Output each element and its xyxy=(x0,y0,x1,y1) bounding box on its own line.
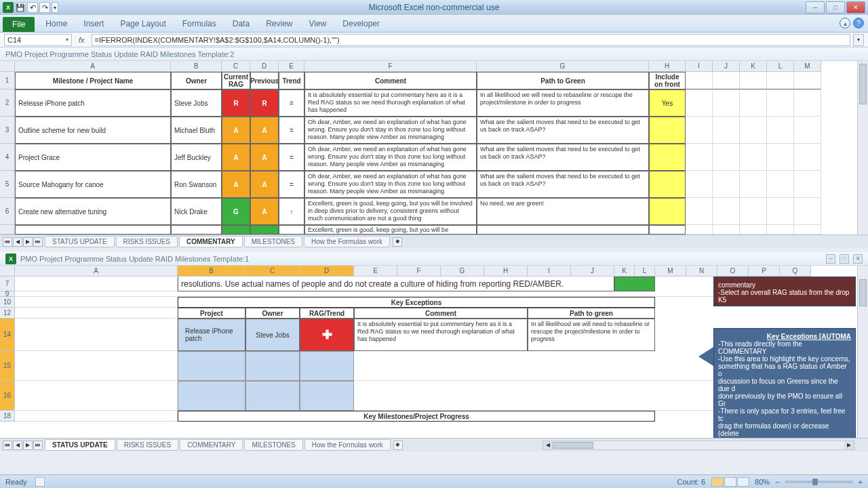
selected-cell[interactable] xyxy=(245,351,300,381)
table-cell[interactable]: What are the salient moves that need to … xyxy=(477,171,649,198)
cell[interactable] xyxy=(15,319,178,351)
formula-expand-icon[interactable]: ▾ xyxy=(853,34,864,46)
table-header-cell[interactable] xyxy=(794,72,821,89)
table-cell[interactable] xyxy=(713,198,740,225)
sheet-tab-commentary[interactable]: COMMENTARY xyxy=(179,236,243,247)
column-header[interactable]: F xyxy=(304,61,477,72)
column-header[interactable]: B xyxy=(171,61,222,72)
table-cell[interactable] xyxy=(686,117,713,144)
cell[interactable] xyxy=(15,381,178,411)
tab-nav-first-icon[interactable]: ⏮ xyxy=(3,237,12,247)
column-header[interactable]: H xyxy=(484,266,528,277)
lower-grid[interactable]: ABCDEFGHIJKLMNOPQcommentary-Select an ov… xyxy=(0,266,868,438)
column-header[interactable]: E xyxy=(279,61,304,72)
table-cell[interactable] xyxy=(767,144,794,171)
rag-cell[interactable]: ✚ xyxy=(300,319,354,351)
column-header[interactable]: K xyxy=(614,266,635,277)
table-cell[interactable]: Excellent, green is good, keep going, bu… xyxy=(304,225,477,235)
table-cell[interactable] xyxy=(649,198,686,225)
column-header[interactable]: K xyxy=(740,61,767,72)
row-header[interactable]: 9 xyxy=(0,291,15,297)
cell[interactable] xyxy=(15,308,178,319)
table-cell[interactable]: Nick Drake xyxy=(171,198,222,225)
table-cell[interactable] xyxy=(171,225,222,235)
owner-cell[interactable]: Steve Jobs xyxy=(245,319,300,351)
table-cell[interactable]: = xyxy=(279,144,304,171)
lower-table-header[interactable]: Path to green xyxy=(528,308,655,319)
horizontal-scrollbar[interactable]: ◀ ▶ xyxy=(542,441,854,450)
ribbon-tab-page-layout[interactable]: Page Layout xyxy=(112,16,174,32)
column-header[interactable]: C xyxy=(245,266,300,277)
sheet-tab-risks[interactable]: RISKS ISSUES xyxy=(116,236,178,247)
minimize-ribbon-icon[interactable]: ▴ xyxy=(840,18,850,28)
column-header[interactable]: L xyxy=(767,61,794,72)
lower-tab-nav-first-icon[interactable]: ⏮ xyxy=(3,441,12,450)
table-cell[interactable] xyxy=(477,225,649,235)
lower-table-header[interactable]: Comment xyxy=(354,308,528,319)
page-break-view-button[interactable] xyxy=(737,477,749,487)
cell[interactable] xyxy=(15,277,178,291)
undo-icon[interactable]: ↶ xyxy=(27,2,38,13)
table-cell[interactable]: R xyxy=(250,89,279,117)
lower-tab-nav-last-icon[interactable]: ⏭ xyxy=(33,441,43,450)
table-cell[interactable] xyxy=(686,198,713,225)
selected-cell[interactable] xyxy=(178,351,245,381)
doc2-close-icon[interactable]: ✕ xyxy=(853,254,863,264)
page-layout-view-button[interactable] xyxy=(724,477,736,487)
table-cell[interactable]: A xyxy=(222,117,250,144)
table-header-cell[interactable]: Milestone / Project Name xyxy=(15,72,171,89)
save-icon[interactable]: 💾 xyxy=(15,2,26,13)
hscroll-thumb[interactable] xyxy=(553,442,593,449)
ribbon-tab-view[interactable]: View xyxy=(301,16,335,32)
table-header-cell[interactable]: Include on front xyxy=(649,72,686,89)
table-cell[interactable] xyxy=(740,225,767,235)
table-cell[interactable] xyxy=(222,225,250,235)
table-cell[interactable] xyxy=(713,89,740,117)
table-header-cell[interactable]: Comment xyxy=(304,72,477,89)
ribbon-tab-formulas[interactable]: Formulas xyxy=(174,16,224,32)
table-cell[interactable] xyxy=(767,117,794,144)
table-header-cell[interactable]: Trend xyxy=(279,72,304,89)
table-cell[interactable]: What are the salient moves that need to … xyxy=(477,144,649,171)
table-cell[interactable] xyxy=(713,171,740,198)
row-header[interactable]: 5 xyxy=(0,171,15,198)
table-cell[interactable]: = xyxy=(279,171,304,198)
table-cell[interactable]: = xyxy=(279,117,304,144)
cell[interactable] xyxy=(15,297,178,308)
table-cell[interactable]: Michael Bluth xyxy=(171,117,222,144)
macro-record-icon[interactable] xyxy=(35,477,45,487)
table-cell[interactable]: A xyxy=(250,171,279,198)
row-header[interactable]: 10 xyxy=(0,297,15,308)
table-cell[interactable]: Jeff Buckley xyxy=(171,144,222,171)
column-header[interactable]: A xyxy=(15,266,178,277)
table-cell[interactable] xyxy=(250,225,279,235)
cell[interactable] xyxy=(15,291,829,297)
new-sheet-icon[interactable]: ✱ xyxy=(393,237,402,247)
table-header-cell[interactable]: Path to Green xyxy=(477,72,649,89)
cell[interactable] xyxy=(15,411,178,422)
project-name-cell[interactable]: Release iPhone patch xyxy=(178,319,245,351)
table-cell[interactable]: Release iPhone patch xyxy=(15,89,171,117)
table-cell[interactable]: G xyxy=(222,198,250,225)
lower-sheet-tab-status[interactable]: STATUS UPDATE xyxy=(45,439,115,451)
table-cell[interactable]: In all likelihood we will need to rebase… xyxy=(477,89,649,117)
row-header[interactable]: 6 xyxy=(0,198,15,225)
table-cell[interactable]: Project Grace xyxy=(15,144,171,171)
lower-new-sheet-icon[interactable]: ✱ xyxy=(393,441,403,450)
doc2-restore-icon[interactable]: □ xyxy=(840,254,849,264)
tab-nav-prev-icon[interactable]: ◀ xyxy=(13,237,22,247)
close-button[interactable]: ✕ xyxy=(846,1,865,14)
zoom-in-icon[interactable]: + xyxy=(859,478,863,486)
table-cell[interactable] xyxy=(686,89,713,117)
table-cell[interactable]: Oh dear, Amber, we need an explanation o… xyxy=(304,117,477,144)
table-header-cell[interactable]: Owner xyxy=(171,72,222,89)
table-cell[interactable]: Oh dear, Amber, we need an explanation o… xyxy=(304,144,477,171)
table-cell[interactable]: Steve Jobs xyxy=(171,89,222,117)
sheet-tab-milestones[interactable]: MILESTONES xyxy=(244,236,302,247)
table-cell[interactable] xyxy=(686,171,713,198)
cell[interactable] xyxy=(15,351,178,381)
column-header[interactable]: E xyxy=(354,266,397,277)
ribbon-tab-data[interactable]: Data xyxy=(224,16,258,32)
column-header[interactable]: L xyxy=(635,266,655,277)
hscroll-right-icon[interactable]: ▶ xyxy=(844,441,854,449)
